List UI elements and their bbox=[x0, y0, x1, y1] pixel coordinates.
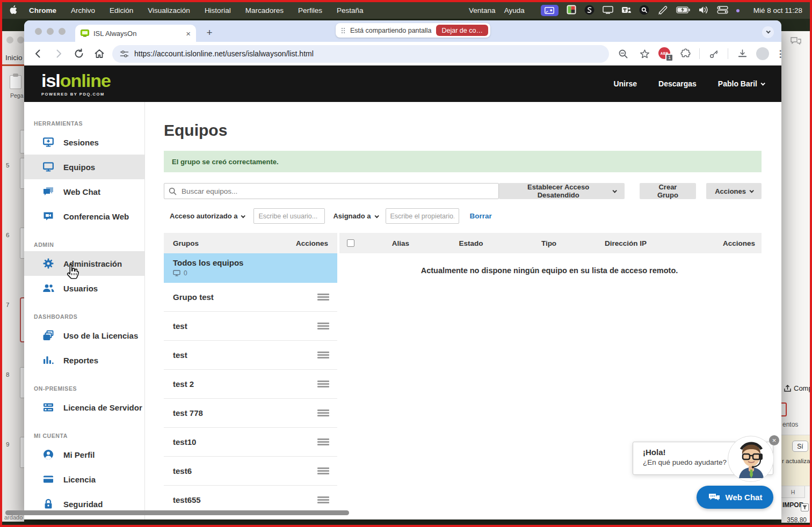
home-button[interactable] bbox=[92, 46, 107, 61]
group-menu-icon[interactable] bbox=[317, 379, 329, 389]
filter-user-input[interactable] bbox=[253, 208, 325, 224]
sidebar-item-licencia[interactable]: Licencia bbox=[24, 467, 144, 492]
drag-handle-icon[interactable] bbox=[341, 27, 345, 34]
sidebar-item-web-chat[interactable]: Web Chat bbox=[24, 179, 144, 204]
isl-logo[interactable]: islonline POWERED BY PDQ.COM bbox=[41, 71, 111, 97]
menu-pestana[interactable]: Pestaña bbox=[337, 6, 364, 14]
clear-filters-link[interactable]: Borrar bbox=[470, 212, 492, 220]
slide-thumbnail[interactable] bbox=[20, 367, 24, 398]
slide-thumbnail[interactable] bbox=[20, 437, 24, 468]
bookmark-star-icon[interactable] bbox=[637, 46, 652, 61]
search-box[interactable] bbox=[164, 183, 499, 199]
screen-mirroring-icon[interactable] bbox=[541, 5, 559, 16]
group-menu-icon[interactable] bbox=[317, 495, 329, 505]
excel-column-header[interactable]: H bbox=[781, 486, 805, 498]
group-menu-icon[interactable] bbox=[317, 321, 329, 331]
select-all-checkbox[interactable] bbox=[347, 239, 354, 247]
volume-icon[interactable] bbox=[699, 6, 709, 16]
tab-search-button[interactable] bbox=[762, 26, 774, 38]
menu-ventana[interactable]: Ventana bbox=[469, 6, 496, 14]
group-menu-icon[interactable] bbox=[317, 292, 329, 302]
excel-window-sliver[interactable]: Comp entos Sí r actualiza H IMPOR 358,80 bbox=[781, 31, 810, 523]
menu-ayuda[interactable]: Ayuda bbox=[504, 6, 525, 14]
zoom-icon[interactable] bbox=[615, 46, 630, 61]
filter-assigned-dropdown[interactable]: Asignado a bbox=[333, 212, 378, 220]
group-row[interactable]: test 778 bbox=[164, 399, 337, 428]
nav-unirse[interactable]: Unirse bbox=[613, 79, 637, 88]
slide-thumbnail[interactable] bbox=[20, 130, 24, 153]
ppt-tab-inicio[interactable]: Inicio bbox=[5, 54, 23, 62]
sidebar-item-usuarios[interactable]: Usuarios bbox=[24, 276, 144, 301]
back-button[interactable] bbox=[31, 46, 46, 61]
extensions-puzzle-icon[interactable] bbox=[678, 46, 693, 61]
stop-sharing-button[interactable]: Dejar de co… bbox=[436, 25, 488, 36]
sidebar-item-mi-perfil[interactable]: Mi Perfil bbox=[24, 442, 144, 467]
apple-menu[interactable] bbox=[10, 5, 17, 16]
webchat-button[interactable]: Web Chat bbox=[697, 486, 773, 509]
window-zoom-button[interactable] bbox=[59, 28, 66, 35]
browser-tab[interactable]: ISL AlwaysOn × bbox=[75, 25, 196, 42]
group-row[interactable]: Grupo test bbox=[164, 283, 337, 312]
group-row[interactable]: test6 bbox=[164, 457, 337, 486]
actions-button[interactable]: Acciones bbox=[706, 183, 762, 199]
ppt-traffic-light[interactable] bbox=[6, 36, 13, 43]
excel-share-button[interactable]: Comp bbox=[784, 384, 810, 392]
nav-descargas[interactable]: Descargas bbox=[658, 79, 697, 88]
site-settings-icon[interactable] bbox=[120, 50, 129, 58]
reload-button[interactable] bbox=[71, 46, 86, 61]
group-row[interactable]: test 2 bbox=[164, 370, 337, 399]
comments-icon[interactable] bbox=[790, 36, 802, 48]
excel-yes-button[interactable]: Sí bbox=[792, 441, 808, 452]
group-menu-icon[interactable] bbox=[317, 350, 329, 360]
teams-icon[interactable] bbox=[621, 5, 631, 16]
display-icon[interactable] bbox=[603, 6, 613, 16]
pdq-icon[interactable] bbox=[567, 5, 576, 16]
group-row[interactable]: test bbox=[164, 312, 337, 341]
ppt-traffic-light[interactable] bbox=[17, 36, 24, 43]
sidebar-item-sesiones[interactable]: Sesiones bbox=[24, 130, 144, 155]
group-menu-icon[interactable] bbox=[317, 466, 329, 476]
menu-marcadores[interactable]: Marcadores bbox=[245, 6, 284, 14]
sidebar-item-uso-licencias[interactable]: Uso de la Licencias bbox=[24, 323, 144, 348]
password-key-icon[interactable] bbox=[706, 46, 721, 61]
powerpoint-window-sliver[interactable]: Inicio Pega 5 6 7 8 9 ardado bbox=[2, 31, 24, 522]
menu-visualizacion[interactable]: Visualización bbox=[148, 6, 190, 14]
new-tab-button[interactable]: + bbox=[202, 26, 216, 40]
downloads-icon[interactable] bbox=[735, 46, 750, 61]
sidebar-item-conferencia-web[interactable]: Conferencia Web bbox=[24, 204, 144, 229]
group-row[interactable]: test bbox=[164, 341, 337, 370]
paste-icon[interactable] bbox=[10, 75, 21, 89]
webchat-close-icon[interactable]: × bbox=[769, 435, 779, 445]
address-bar[interactable]: https://account.islonline.net/users/isla… bbox=[112, 45, 609, 63]
filter-icon[interactable] bbox=[801, 503, 809, 511]
create-group-button[interactable]: Crear Grupo bbox=[640, 183, 696, 199]
window-minimize-button[interactable] bbox=[47, 28, 54, 35]
unattended-access-button[interactable]: Establecer Acceso Desatendido bbox=[499, 183, 624, 199]
sidebar-item-administracion[interactable]: Administración bbox=[24, 251, 144, 276]
filter-access-dropdown[interactable]: Acceso autorizado a bbox=[170, 212, 244, 220]
menu-archivo[interactable]: Archivo bbox=[71, 6, 95, 14]
menu-edicion[interactable]: Edición bbox=[110, 6, 133, 14]
group-row-all-selected[interactable]: Todos los equipos 0 bbox=[164, 253, 337, 283]
menubar-clock[interactable]: Mié 8 oct 11:28 bbox=[753, 6, 802, 14]
sidebar-item-equipos[interactable]: Equipos bbox=[24, 155, 144, 179]
browser-menu-kebab-icon[interactable]: ⋮ bbox=[775, 46, 781, 61]
search-input[interactable] bbox=[180, 187, 494, 196]
slide-thumbnail[interactable] bbox=[20, 158, 24, 189]
window-close-button[interactable] bbox=[35, 28, 42, 35]
sidebar-item-reportes[interactable]: Reportes bbox=[24, 348, 144, 372]
filter-owner-input[interactable] bbox=[386, 208, 459, 224]
horizontal-scrollbar[interactable] bbox=[5, 510, 349, 515]
group-menu-icon[interactable] bbox=[317, 408, 329, 418]
control-center-icon[interactable] bbox=[717, 6, 728, 16]
slide-thumbnail-selected[interactable] bbox=[20, 297, 24, 342]
app-s-icon[interactable] bbox=[584, 5, 595, 17]
forward-button[interactable] bbox=[51, 46, 66, 61]
menu-historial[interactable]: Historial bbox=[205, 6, 231, 14]
slide-thumbnail[interactable] bbox=[20, 228, 24, 259]
group-menu-icon[interactable] bbox=[317, 437, 329, 447]
app-a-icon[interactable] bbox=[639, 5, 649, 17]
menu-chrome[interactable]: Chrome bbox=[29, 6, 56, 14]
menu-perfiles[interactable]: Perfiles bbox=[298, 6, 322, 14]
stylus-icon[interactable] bbox=[657, 5, 668, 16]
